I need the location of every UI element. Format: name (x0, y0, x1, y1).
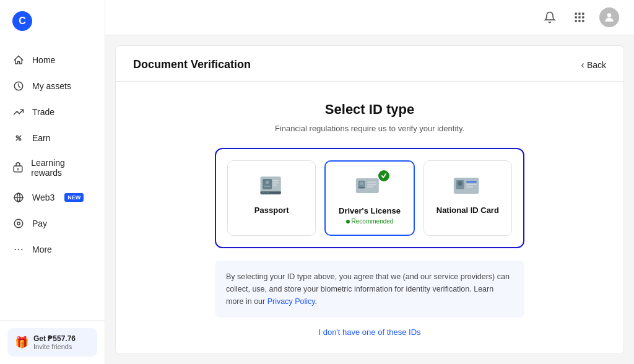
document-verification-page: Document Verification ‹ Back Select ID t… (115, 45, 624, 354)
invite-title: Get ₱557.76 (33, 334, 76, 343)
sidebar-item-web3-label: Web3 (32, 193, 54, 202)
svg-rect-26 (264, 186, 271, 187)
topbar-right (540, 7, 619, 27)
svg-rect-12 (575, 13, 577, 15)
sidebar-item-more-label: More (32, 245, 52, 254)
svg-rect-39 (367, 184, 376, 185)
drivers-license-option[interactable]: Driver's License Recommended (324, 160, 414, 236)
earn-icon (12, 132, 25, 144)
svg-point-36 (360, 182, 363, 186)
sidebar-item-pay-label: Pay (32, 219, 47, 228)
sidebar-item-web3[interactable]: Web3 NEW (0, 184, 105, 210)
sidebar-item-home-label: Home (32, 55, 55, 65)
national-id-option[interactable]: National ID Card (423, 160, 512, 236)
sidebar-item-my-assets-label: My assets (32, 81, 71, 91)
svg-rect-16 (578, 16, 580, 18)
back-label: Back (587, 60, 606, 70)
home-icon (12, 54, 25, 66)
trade-icon (12, 106, 25, 118)
svg-point-21 (607, 13, 612, 17)
svg-point-1 (16, 136, 18, 137)
logo: C (0, 0, 105, 42)
back-chevron-icon: ‹ (581, 59, 584, 71)
back-button[interactable]: ‹ Back (581, 59, 606, 71)
no-id-link[interactable]: I don't have one of these IDs (318, 327, 420, 337)
sidebar: C Home My assets Trade Earn (0, 0, 105, 364)
invite-subtitle: Invite friends (33, 343, 76, 350)
svg-rect-44 (466, 181, 477, 183)
svg-point-2 (19, 139, 21, 141)
national-id-label: National ID Card (436, 206, 499, 215)
notifications-button[interactable] (540, 7, 560, 27)
svg-rect-24 (263, 179, 272, 189)
web3-new-badge: NEW (64, 193, 84, 202)
svg-point-11 (21, 249, 22, 250)
section-subtitle: Financial regulations require us to veri… (275, 124, 464, 133)
my-assets-icon (12, 80, 25, 92)
sidebar-item-pay[interactable]: Pay (0, 210, 105, 236)
sidebar-item-trade-label: Trade (32, 107, 54, 117)
recommended-badge: Recommended (346, 218, 394, 225)
grid-button[interactable] (570, 7, 589, 27)
svg-point-7 (14, 219, 23, 228)
id-selection-box: Passport (215, 148, 524, 248)
sidebar-item-trade[interactable]: Trade (0, 99, 105, 125)
svg-rect-28 (273, 182, 279, 183)
passport-icon (256, 173, 288, 198)
svg-point-10 (18, 249, 19, 250)
sidebar-nav: Home My assets Trade Earn Learning rewar… (0, 42, 105, 320)
sidebar-item-learning-rewards[interactable]: Learning rewards (0, 151, 105, 184)
logo-icon: C (12, 11, 32, 31)
sidebar-item-learning-rewards-label: Learning rewards (31, 158, 92, 178)
more-icon (12, 243, 25, 256)
svg-rect-15 (575, 16, 577, 18)
sidebar-bottom: 🎁 Get ₱557.76 Invite friends (0, 320, 105, 364)
svg-point-25 (266, 181, 269, 184)
sidebar-item-more[interactable]: More (0, 236, 105, 262)
svg-rect-38 (367, 182, 376, 183)
national-id-icon (451, 173, 484, 198)
svg-rect-14 (582, 13, 584, 15)
svg-rect-29 (273, 184, 277, 186)
invite-card[interactable]: 🎁 Get ₱557.76 Invite friends (7, 328, 97, 357)
svg-rect-40 (367, 186, 373, 188)
sidebar-item-earn-label: Earn (32, 133, 51, 143)
avatar[interactable] (599, 7, 619, 27)
svg-point-9 (15, 249, 16, 250)
invite-icon: 🎁 (15, 336, 28, 349)
svg-point-8 (17, 222, 20, 225)
drivers-license-label: Driver's License (339, 206, 401, 215)
svg-rect-27 (273, 180, 279, 181)
svg-point-43 (458, 181, 462, 186)
sidebar-item-my-assets[interactable]: My assets (0, 73, 105, 99)
svg-rect-18 (575, 20, 577, 22)
svg-rect-46 (466, 186, 473, 188)
drivers-license-icon (354, 174, 386, 199)
topbar (105, 0, 634, 35)
svg-rect-37 (358, 187, 365, 188)
privacy-policy-link[interactable]: Privacy Policy (267, 297, 315, 306)
svg-rect-17 (582, 16, 584, 18)
svg-rect-20 (582, 20, 584, 22)
passport-label: Passport (254, 206, 289, 215)
sidebar-item-earn[interactable]: Earn (0, 125, 105, 151)
page-header: Document Verification ‹ Back (116, 46, 623, 82)
section-title: Select ID type (325, 102, 414, 118)
disclaimer: By selecting your ID type above, you agr… (215, 261, 524, 318)
passport-option[interactable]: Passport (227, 160, 316, 236)
sidebar-item-home[interactable]: Home (0, 47, 105, 73)
learning-rewards-icon (12, 162, 24, 174)
rec-dot (346, 220, 350, 223)
svg-rect-13 (578, 13, 580, 15)
page-content: Select ID type Financial regulations req… (116, 82, 623, 354)
svg-line-3 (16, 136, 21, 141)
page-title: Document Verification (133, 58, 251, 71)
pay-icon (12, 217, 25, 230)
main-area: Document Verification ‹ Back Select ID t… (105, 0, 634, 364)
svg-rect-19 (578, 20, 580, 22)
web3-icon (12, 191, 25, 204)
invite-text-block: Get ₱557.76 Invite friends (33, 334, 76, 350)
svg-rect-45 (466, 184, 477, 185)
